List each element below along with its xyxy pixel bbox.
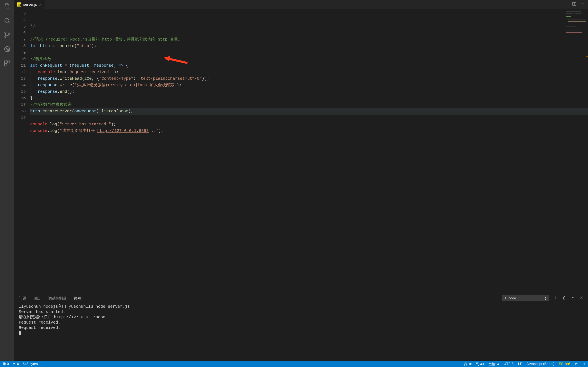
code-line[interactable]: let http = require("http"); (30, 43, 588, 49)
status-errors[interactable]: 0 (2, 362, 9, 366)
code-line[interactable] (30, 49, 588, 56)
terminal-selector-value: 1: node (504, 296, 516, 300)
code-line[interactable]: response.end(); (30, 89, 588, 95)
status-cursor-position[interactable]: 行 16，列 43 (464, 362, 484, 366)
status-bar: 0 0 643 bytes 行 16，列 43 空格: 4 UTF-8 LF J… (0, 361, 588, 367)
code-content[interactable]: */ //请求 (require) Node.js自带的 http 模块，并且把… (30, 9, 588, 294)
svg-point-30 (577, 364, 577, 364)
svg-point-3 (5, 36, 6, 38)
maximize-panel-icon[interactable] (571, 296, 575, 301)
panel-tab-debug-console[interactable]: 调试控制台 (48, 294, 67, 303)
close-icon[interactable] (39, 3, 42, 6)
tab-filename: server.js (23, 2, 37, 7)
svg-rect-8 (7, 61, 9, 63)
debug-icon[interactable] (4, 46, 11, 53)
terminal[interactable]: liyuechun:nodejs入门 yuechunli$ node serve… (14, 303, 588, 361)
terminal-selector[interactable]: 1: node ▲▼ (502, 295, 549, 301)
extensions-icon[interactable] (4, 60, 11, 67)
bottom-panel: 问题 输出 调试控制台 终端 1: node ▲▼ liyuechun:node… (14, 294, 588, 361)
svg-point-14 (581, 4, 581, 4)
svg-point-29 (576, 364, 576, 364)
status-eslint[interactable]: ESLint! (559, 362, 570, 366)
new-terminal-icon[interactable] (554, 296, 558, 301)
status-feedback-icon[interactable] (575, 362, 578, 366)
split-editor-icon[interactable] (572, 2, 577, 7)
tab-bar: JS server.js (14, 0, 588, 9)
status-encoding[interactable]: UTF-8 (504, 362, 513, 366)
overview-ruler[interactable] (585, 9, 588, 294)
code-line[interactable]: console.log("Server has started."); (30, 121, 588, 128)
panel-tab-terminal[interactable]: 终端 (74, 294, 81, 303)
code-line[interactable] (30, 30, 588, 36)
status-indentation[interactable]: 空格: 4 (488, 362, 499, 366)
explorer-icon[interactable] (4, 3, 11, 10)
code-line[interactable]: console.log("Request received."); (30, 69, 588, 75)
line-number-gutter: 345678910111213141516171819 (14, 9, 30, 294)
code-line[interactable]: let onRequest = (request, response) => { (30, 62, 588, 69)
code-line[interactable]: //箭头函数 (30, 56, 588, 62)
code-line[interactable]: //请求 (require) Node.js自带的 http 模块，并且把它赋值… (30, 36, 588, 43)
more-icon[interactable] (580, 2, 585, 7)
git-icon[interactable] (4, 31, 11, 38)
kill-terminal-icon[interactable] (562, 296, 566, 301)
svg-line-1 (8, 22, 10, 23)
code-line[interactable]: response.write("添加小精灵微信(ershiyidianjian)… (30, 82, 588, 89)
svg-rect-9 (4, 64, 7, 66)
panel-tab-output[interactable]: 输出 (34, 294, 41, 303)
chevron-up-down-icon: ▲▼ (544, 296, 547, 300)
code-line[interactable]: console.log("请在浏览器中打开 http://127.0.0.1:8… (30, 128, 588, 134)
terminal-output: liyuechun:nodejs入门 yuechunli$ node serve… (19, 304, 584, 336)
minimap[interactable] (565, 10, 587, 35)
code-line[interactable] (30, 115, 588, 121)
code-editor[interactable]: 345678910111213141516171819 */ //请求 (req… (14, 9, 588, 294)
svg-rect-7 (4, 61, 7, 63)
panel-tab-problems[interactable]: 问题 (19, 294, 26, 303)
svg-point-4 (8, 33, 9, 34)
status-warnings[interactable]: 0 (12, 362, 19, 366)
close-panel-icon[interactable] (579, 296, 584, 301)
code-line[interactable]: response.writeHead(200, {"Content-Type":… (30, 75, 588, 82)
code-line[interactable]: */ (30, 23, 588, 30)
tab-server-js[interactable]: JS server.js (14, 0, 45, 9)
svg-point-0 (5, 18, 9, 22)
svg-point-15 (582, 4, 583, 4)
code-line[interactable]: http.createServer(onRequest).listen(8888… (30, 108, 588, 115)
status-language[interactable]: Javascript (Babel) (527, 362, 554, 366)
search-icon[interactable] (4, 17, 11, 24)
status-filesize[interactable]: 643 bytes (23, 362, 38, 366)
javascript-file-icon: JS (17, 2, 21, 7)
svg-point-2 (5, 32, 6, 34)
panel-tabs: 问题 输出 调试控制台 终端 1: node ▲▼ (14, 294, 588, 303)
code-line[interactable]: } (30, 95, 588, 101)
svg-point-16 (584, 4, 584, 4)
status-eol[interactable]: LF (518, 362, 522, 366)
status-notifications-icon[interactable] (582, 362, 586, 366)
code-line[interactable]: //把函数当作参数传递 (30, 101, 588, 108)
activity-bar (0, 0, 14, 361)
